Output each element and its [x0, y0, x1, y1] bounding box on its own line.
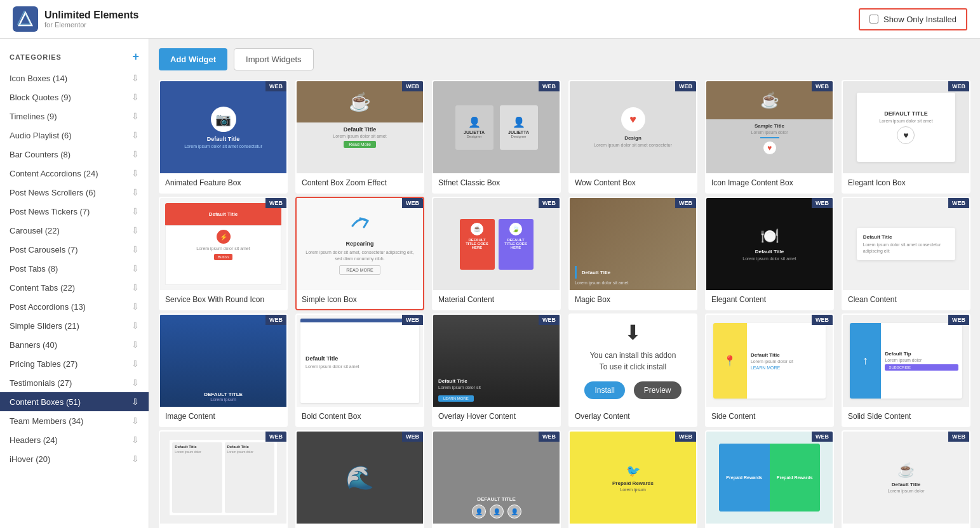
widget-card-content-box-zoom[interactable]: WEB ☕ Default Title Lorem ipsum dolor si…	[295, 80, 424, 194]
sidebar-item-8[interactable]: Carousel (22) ⇩	[0, 221, 149, 240]
widget-card-stfnet-classic-box[interactable]: WEB 👤 JULIETTA Designer 👤 JULIETTA Desig…	[432, 80, 561, 194]
download-icon-9: ⇩	[131, 244, 139, 254]
preview-button[interactable]: Preview	[634, 381, 681, 399]
widget-grid-row1: WEB 📷 Default Title Lorem ipsum dolor si…	[159, 80, 970, 194]
download-icon-8: ⇩	[131, 225, 139, 235]
sidebar-item-15[interactable]: Pricing Tables (27) ⇩	[0, 354, 149, 373]
widget-name-partial-4	[570, 524, 696, 528]
widget-card-partial-6[interactable]: WEB ☕Default TitleLorem ipsum dolor	[842, 430, 970, 528]
widget-card-wow-content-box[interactable]: WEB ♥ Design Lorem ipsum dolor sit amet …	[568, 80, 697, 194]
sidebar-item-18[interactable]: Team Members (34) ⇩	[0, 411, 149, 430]
sidebar-item-label-5: Content Accordions (24)	[10, 169, 98, 178]
sidebar-item-label-14: Banners (40)	[10, 340, 57, 350]
download-icon-15: ⇩	[131, 359, 139, 369]
sidebar-add-button[interactable]: +	[132, 50, 139, 63]
widget-name-animated-feature-box: Animated Feature Box	[160, 173, 286, 192]
widget-name-side-content: Side Content	[706, 407, 833, 426]
widget-grid-row2: WEB Default Title ⚡ Lorem ipsum dolor si…	[159, 197, 970, 310]
widget-thumb-partial-2: WEB 🌊	[297, 432, 423, 524]
sidebar-item-1[interactable]: Block Quotes (9) ⇩	[0, 88, 149, 107]
web-badge-bold-content-box: WEB	[402, 315, 423, 325]
sidebar-item-20[interactable]: iHover (20) ⇩	[0, 449, 149, 468]
sidebar-item-label-13: Simple Sliders (21)	[10, 321, 79, 331]
sidebar-item-13[interactable]: Simple Sliders (21) ⇩	[0, 316, 149, 335]
main-content: Add Widget Import Widgets WEB 📷 Default …	[149, 39, 980, 528]
widget-name-icon-image-content-box: Icon Image Content Box	[706, 173, 833, 192]
widget-thumb-partial-3: WEB DEFAULT TITLE👤👤👤	[433, 432, 560, 524]
sidebar-item-label-19: Headers (24)	[10, 435, 58, 445]
widget-thumb-partial-5: WEB Prepaid RewardsPrepaid Rewards	[706, 432, 833, 524]
widget-name-partial-2	[297, 524, 423, 528]
sidebar-item-2[interactable]: Timelines (9) ⇩	[0, 107, 149, 126]
sidebar: CATEGORIES + Icon Boxes (14) ⇩ Block Quo…	[0, 39, 149, 528]
sidebar-item-label-2: Timelines (9)	[10, 112, 57, 121]
sidebar-item-7[interactable]: Post News Tickers (7) ⇩	[0, 202, 149, 221]
widget-card-service-box-round-icon[interactable]: WEB Default Title ⚡ Lorem ipsum dolor si…	[159, 197, 288, 310]
download-icon-16: ⇩	[131, 378, 139, 388]
widget-card-icon-image-content-box[interactable]: WEB ☕ Sample Title Lorem ipsum dolor ♥ I…	[705, 80, 834, 194]
widget-card-elegant-icon-box[interactable]: WEB DEFAULT TITLE Lorem ipsum dolor sit …	[842, 80, 970, 194]
sidebar-item-17[interactable]: Content Boxes (51) ⇩	[0, 392, 149, 411]
install-text: You can install this addonTo use it clic…	[590, 350, 676, 373]
sidebar-item-label-11: Content Tabs (22)	[10, 283, 75, 293]
sidebar-item-label-17: Content Boxes (51)	[10, 397, 81, 407]
widget-card-partial-2[interactable]: WEB 🌊	[295, 430, 424, 528]
install-button[interactable]: Install	[584, 381, 624, 399]
sidebar-item-3[interactable]: Audio Playlist (6) ⇩	[0, 126, 149, 145]
widget-card-overlay-hover-content[interactable]: WEB Default Title Lorem ipsum dolor sit …	[432, 314, 561, 427]
import-widgets-button[interactable]: Import Widgets	[234, 48, 313, 70]
widget-card-animated-feature-box[interactable]: WEB 📷 Default Title Lorem ipsum dolor si…	[159, 80, 288, 194]
widget-name-partial-6	[843, 524, 969, 528]
add-widget-button[interactable]: Add Widget	[159, 48, 227, 70]
install-btns: Install Preview	[582, 379, 683, 402]
web-badge-stfnet-classic-box: WEB	[539, 81, 560, 91]
widget-card-partial-3[interactable]: WEB DEFAULT TITLE👤👤👤	[432, 430, 561, 528]
widget-card-solid-side-content[interactable]: WEB ↑ Default Tip Lorem ipsum dolor SUBS…	[842, 314, 970, 427]
widget-card-image-content[interactable]: WEB DEFAULT TITLE Lorem ipsum Image Cont…	[159, 314, 288, 427]
widget-name-partial-1	[160, 524, 286, 528]
sidebar-item-14[interactable]: Banners (40) ⇩	[0, 335, 149, 354]
widget-card-side-content[interactable]: WEB 📍 Default Title Lorem ipsum dolor si…	[705, 314, 834, 427]
sidebar-item-16[interactable]: Testimonials (27) ⇩	[0, 373, 149, 392]
web-badge-icon-image-content-box: WEB	[812, 81, 833, 91]
sidebar-item-0[interactable]: Icon Boxes (14) ⇩	[0, 69, 149, 88]
sidebar-item-label-1: Block Quotes (9)	[10, 93, 71, 102]
toolbar: Add Widget Import Widgets	[159, 48, 970, 70]
widget-card-clean-content[interactable]: WEB Default Title Lorem ipsum dolor sit …	[842, 197, 970, 310]
widget-card-partial-4[interactable]: WEB 🐦Prepaid RewardsLorem ipsum	[568, 430, 697, 528]
show-installed-checkbox[interactable]	[869, 15, 878, 23]
sidebar-item-9[interactable]: Post Carousels (7) ⇩	[0, 240, 149, 259]
widget-card-bold-content-box[interactable]: WEB Default Title Lorem ipsum dolor sit …	[295, 314, 424, 427]
logo-text: Unlimited Elements for Elementor	[44, 10, 138, 29]
widget-grid-row3: WEB DEFAULT TITLE Lorem ipsum Image Cont…	[159, 314, 970, 427]
download-icon-19: ⇩	[131, 435, 139, 445]
web-badge-partial-2: WEB	[402, 432, 423, 442]
sidebar-item-label-15: Pricing Tables (27)	[10, 359, 77, 369]
web-badge-partial-3: WEB	[539, 432, 560, 442]
show-installed-label[interactable]: Show Only Installed	[883, 15, 957, 24]
widget-card-partial-1[interactable]: WEB Default TitleLorem ipsum dolorDefaul…	[159, 430, 288, 528]
sidebar-item-12[interactable]: Post Accordions (13) ⇩	[0, 297, 149, 316]
app-container: Unlimited Elements for Elementor Show On…	[0, 0, 980, 528]
web-badge-content-box-zoom: WEB	[402, 81, 423, 91]
sidebar-item-label-0: Icon Boxes (14)	[10, 74, 67, 83]
show-installed-container[interactable]: Show Only Installed	[859, 8, 967, 30]
widget-card-overlay-content[interactable]: ⬇ You can install this addonTo use it cl…	[568, 314, 697, 427]
sidebar-item-6[interactable]: Post News Scrollers (6) ⇩	[0, 183, 149, 202]
web-badge-partial-5: WEB	[812, 432, 833, 442]
logo-icon	[13, 6, 38, 32]
widget-name-overlay-hover-content: Overlay Hover Content	[433, 407, 560, 426]
sidebar-item-10[interactable]: Post Tabs (8) ⇩	[0, 259, 149, 278]
sidebar-item-19[interactable]: Headers (24) ⇩	[0, 430, 149, 449]
widget-card-magic-box[interactable]: WEB Default Title Lorem ipsum dolor sit …	[568, 197, 697, 310]
sidebar-item-11[interactable]: Content Tabs (22) ⇩	[0, 278, 149, 297]
widget-card-partial-5[interactable]: WEB Prepaid RewardsPrepaid Rewards	[705, 430, 834, 528]
widget-card-simple-icon-box[interactable]: WEB Repearing Lorem ipsum dolor sit amet…	[295, 197, 424, 310]
web-badge-material-content: WEB	[539, 198, 560, 208]
widget-card-material-content[interactable]: WEB ☕ DEFAULT TITLE GOES HERE 🍃 DEFAULT …	[432, 197, 561, 310]
widget-name-overlay-content: Overlay Content	[570, 407, 696, 426]
widget-card-elegant-content[interactable]: WEB 🍽️ Default Title Lorem ipsum dolor s…	[705, 197, 834, 310]
sidebar-item-label-9: Post Carousels (7)	[10, 245, 78, 254]
sidebar-item-5[interactable]: Content Accordions (24) ⇩	[0, 164, 149, 183]
sidebar-item-4[interactable]: Bar Counters (8) ⇩	[0, 145, 149, 164]
